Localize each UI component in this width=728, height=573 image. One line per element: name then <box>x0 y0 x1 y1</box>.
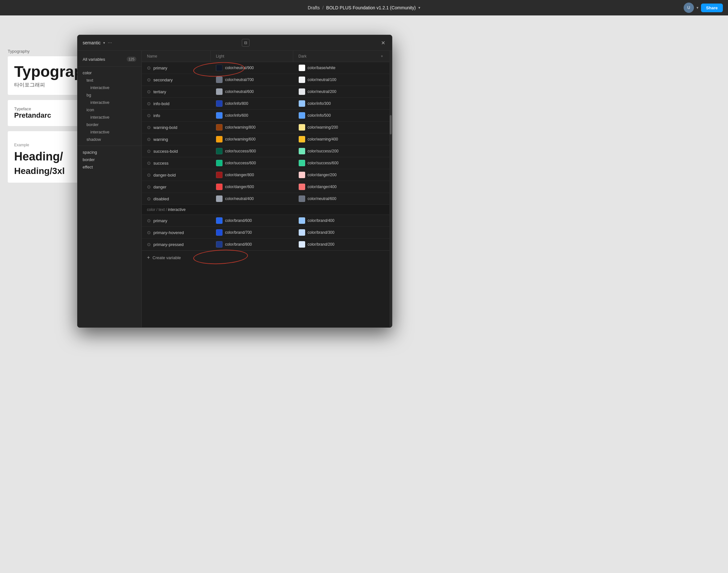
section-path-highlight: interactive <box>168 207 186 212</box>
share-button[interactable]: Share <box>701 4 723 12</box>
table-row[interactable]: ⊙ warning-bold color/warning/800 color/w… <box>142 121 389 134</box>
table-row[interactable]: ⊙ primary color/brand/600 color/brand/40… <box>142 215 389 227</box>
variable-name: primary-pressed <box>153 242 184 247</box>
all-variables-label: All variables <box>83 57 105 62</box>
close-button[interactable]: ✕ <box>379 39 387 47</box>
dark-color-swatch[interactable] <box>299 160 305 166</box>
dark-color-label: color/success/600 <box>308 161 339 165</box>
light-color-swatch[interactable] <box>216 112 222 119</box>
light-color-label: color/info/800 <box>225 101 248 106</box>
sidebar-item-bg[interactable]: bg <box>77 91 142 99</box>
light-color-label: color/neutral/900 <box>225 66 254 70</box>
chevron-down-icon[interactable]: ▾ <box>418 5 420 10</box>
modal-body: All variables 125 color text interactive… <box>77 51 392 327</box>
dark-color-label: color/brand/200 <box>308 242 334 247</box>
sidebar-item-text-interactive[interactable]: interactive <box>77 84 142 91</box>
light-color-swatch[interactable] <box>216 172 222 178</box>
table-row[interactable]: ⊙ primary-hovered color/brand/700 color/… <box>142 227 389 239</box>
dark-color-swatch[interactable] <box>299 65 305 71</box>
light-color-swatch[interactable] <box>216 241 222 248</box>
light-color-swatch[interactable] <box>216 184 222 190</box>
avatar[interactable]: U <box>684 3 694 13</box>
sidebar-item-icon-interactive[interactable]: interactive <box>77 113 142 121</box>
table-row[interactable]: ⊙ info color/info/600 color/info/500 <box>142 110 389 121</box>
variables-table-container[interactable]: Name Light Dark + <box>142 51 389 327</box>
sidebar-item-border[interactable]: border <box>77 121 142 128</box>
light-color-swatch[interactable] <box>216 160 222 166</box>
table-row[interactable]: ⊙ secondary color/neutral/700 color/neut… <box>142 74 389 86</box>
sidebar-item-effect[interactable]: effect <box>77 163 142 171</box>
variable-name: info <box>153 113 160 118</box>
light-color-swatch[interactable] <box>216 136 222 143</box>
light-color-swatch[interactable] <box>216 76 222 83</box>
dark-color-label: color/warning/200 <box>308 125 338 129</box>
sidebar-item-icon[interactable]: icon <box>77 106 142 113</box>
table-row[interactable]: ⊙ danger color/danger/600 color/danger/4… <box>142 181 389 193</box>
variable-icon: ⊙ <box>147 101 151 106</box>
variable-name: warning <box>153 137 168 142</box>
dark-color-swatch[interactable] <box>299 229 305 236</box>
sidebar-item-bg-interactive[interactable]: interactive <box>77 99 142 106</box>
chevron-icon[interactable]: ▾ <box>696 5 698 10</box>
table-row[interactable]: ⊙ primary-pressed color/brand/800 color/… <box>142 239 389 251</box>
table-row[interactable]: ⊙ info-bold color/info/800 color/info/30… <box>142 98 389 110</box>
sidebar-item-border-top[interactable]: border <box>77 156 142 163</box>
panel-toggle-icon[interactable]: ⊟ <box>242 39 250 47</box>
dark-color-swatch[interactable] <box>299 112 305 119</box>
dark-color-swatch[interactable] <box>299 172 305 178</box>
create-variable-button[interactable]: + Create variable <box>147 255 181 260</box>
light-color-swatch[interactable] <box>216 148 222 154</box>
sidebar-item-border-interactive[interactable]: interactive <box>77 128 142 136</box>
light-color-swatch[interactable] <box>216 196 222 202</box>
sidebar-item-shadow[interactable]: shadow <box>77 136 142 143</box>
col-header-light: Light <box>211 51 293 62</box>
add-column-button[interactable]: + <box>376 51 389 62</box>
dark-color-swatch[interactable] <box>299 100 305 107</box>
light-color-label: color/neutral/700 <box>225 77 254 82</box>
light-color-label: color/warning/800 <box>225 125 256 129</box>
dark-color-swatch[interactable] <box>299 136 305 143</box>
sidebar-item-text[interactable]: text <box>77 76 142 84</box>
light-color-swatch[interactable] <box>216 217 222 224</box>
scrollbar-thumb[interactable] <box>390 115 392 135</box>
drafts-link[interactable]: Drafts <box>308 5 320 10</box>
table-row[interactable]: ⊙ success color/success/600 color/succes… <box>142 157 389 169</box>
dark-color-swatch[interactable] <box>299 124 305 131</box>
variable-name: disabled <box>153 197 169 201</box>
light-color-label: color/brand/800 <box>225 242 252 247</box>
light-color-swatch[interactable] <box>216 89 222 95</box>
table-row[interactable]: ⊙ tertiary color/neutral/600 color/neutr… <box>142 86 389 98</box>
variable-icon: ⊙ <box>147 149 151 154</box>
light-color-swatch[interactable] <box>216 100 222 107</box>
variable-icon: ⊙ <box>147 89 151 94</box>
dark-color-swatch[interactable] <box>299 241 305 248</box>
table-row[interactable]: ⊙ success-bold color/success/800 color/s… <box>142 145 389 157</box>
light-color-swatch[interactable] <box>216 124 222 131</box>
table-row[interactable]: ⊙ primary color/neutral/900 color/base/w… <box>142 62 389 74</box>
dark-color-swatch[interactable] <box>299 196 305 202</box>
variable-name: primary <box>153 66 167 70</box>
collection-chevron-icon[interactable]: ▾ <box>103 41 105 45</box>
sidebar-item-all-variables[interactable]: All variables 125 <box>77 55 142 64</box>
sidebar-item-color[interactable]: color <box>77 69 142 76</box>
variable-name: primary <box>153 218 167 223</box>
sidebar-divider-2 <box>77 146 142 146</box>
table-row[interactable]: ⊙ danger-bold color/danger/800 color/dan… <box>142 169 389 181</box>
light-color-label: color/neutral/600 <box>225 89 254 94</box>
dark-color-swatch[interactable] <box>299 76 305 83</box>
dark-color-swatch[interactable] <box>299 217 305 224</box>
table-row[interactable]: ⊙ warning color/warning/600 color/warnin… <box>142 134 389 145</box>
light-color-label: color/success/600 <box>225 161 256 165</box>
light-color-swatch[interactable] <box>216 65 222 71</box>
variable-name: info-bold <box>153 101 169 106</box>
collection-name[interactable]: semantic <box>83 40 101 45</box>
sidebar-item-spacing[interactable]: spacing <box>77 149 142 156</box>
modal-header: semantic ▾ ··· ⊟ ✕ <box>77 35 392 51</box>
project-title: BOLD PLUS Foundation v1.2.1 (Community) <box>326 5 416 10</box>
table-row[interactable]: ⊙ disabled color/neutral/400 color/neutr… <box>142 193 389 205</box>
dark-color-swatch[interactable] <box>299 148 305 154</box>
light-color-swatch[interactable] <box>216 229 222 236</box>
more-options-icon[interactable]: ··· <box>108 40 112 46</box>
dark-color-swatch[interactable] <box>299 89 305 95</box>
dark-color-swatch[interactable] <box>299 184 305 190</box>
